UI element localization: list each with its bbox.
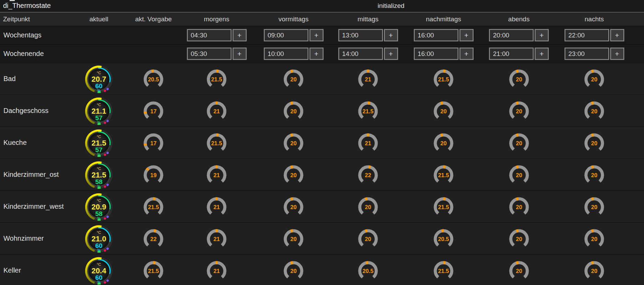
setpoint-value: 20 bbox=[591, 236, 597, 242]
setpoint-knob[interactable]: 20 bbox=[282, 259, 305, 282]
knob-cell: 20 bbox=[257, 63, 330, 94]
time-add-button[interactable]: + bbox=[384, 48, 398, 60]
setpoint-knob[interactable]: 21 bbox=[357, 132, 379, 154]
empty-cell bbox=[67, 45, 130, 63]
setpoint-knob[interactable]: 21 bbox=[205, 163, 228, 186]
setpoint-value: 20 bbox=[516, 76, 522, 82]
setpoint-knob[interactable]: 20 bbox=[357, 227, 379, 250]
setpoint-value: 21 bbox=[214, 108, 220, 114]
knob-cell: 20 bbox=[556, 95, 632, 126]
setpoint-knob[interactable]: 20 bbox=[583, 68, 606, 90]
setpoint-knob[interactable]: 20 bbox=[583, 259, 606, 282]
setpoint-knob[interactable]: 20 bbox=[508, 68, 530, 90]
setpoint-knob[interactable]: 20 bbox=[508, 259, 530, 282]
setpoint-knob[interactable]: 21.5 bbox=[205, 68, 228, 90]
setpoint-knob[interactable]: 21.5 bbox=[432, 259, 455, 282]
schedule-row-label: Wochentags bbox=[0, 26, 67, 44]
time-input[interactable]: 22:00 bbox=[565, 29, 609, 41]
room-label: Dachgeschoss bbox=[0, 95, 67, 126]
setpoint-knob[interactable]: 19 bbox=[142, 163, 165, 186]
time-input[interactable]: 21:00 bbox=[489, 48, 533, 60]
setpoint-knob[interactable]: 21.5 bbox=[142, 195, 165, 218]
time-input-group: 05:30+ bbox=[187, 48, 246, 60]
setpoint-knob[interactable]: 20 bbox=[282, 100, 305, 122]
setpoint-knob[interactable]: 17 bbox=[142, 100, 165, 122]
time-input[interactable]: 23:00 bbox=[565, 48, 609, 60]
setpoint-knob[interactable]: 21.5 bbox=[142, 259, 165, 282]
setpoint-knob[interactable]: 20 bbox=[282, 195, 305, 218]
setpoint-knob[interactable]: 21.5 bbox=[432, 195, 455, 218]
time-add-button[interactable]: + bbox=[384, 29, 398, 41]
setpoint-knob[interactable]: 20 bbox=[282, 227, 305, 250]
spacer-cell bbox=[632, 223, 644, 254]
setpoint-knob[interactable]: 21 bbox=[205, 227, 228, 250]
time-add-button[interactable]: + bbox=[610, 48, 624, 60]
setpoint-knob[interactable]: 21 bbox=[205, 100, 228, 122]
time-add-button[interactable]: + bbox=[233, 48, 246, 60]
setpoint-knob[interactable]: 20.5 bbox=[142, 68, 165, 90]
setpoint-knob[interactable]: 20.5 bbox=[357, 259, 379, 282]
time-input[interactable]: 10:00 bbox=[264, 48, 308, 60]
setpoint-knob[interactable]: 20 bbox=[583, 227, 606, 250]
time-add-button[interactable]: + bbox=[535, 48, 549, 60]
setpoint-knob[interactable]: 20 bbox=[282, 132, 305, 154]
setpoint-knob[interactable]: 21 bbox=[205, 259, 228, 282]
setpoint-knob[interactable]: 20 bbox=[583, 195, 606, 218]
knob-cell: 20 bbox=[481, 223, 556, 254]
setpoint-knob[interactable]: 20 bbox=[432, 132, 455, 154]
time-input[interactable]: 05:30 bbox=[187, 48, 231, 60]
setpoint-knob[interactable]: 22 bbox=[357, 163, 379, 186]
time-input-group: 14:00+ bbox=[338, 48, 398, 60]
time-input-group: 16:00+ bbox=[414, 48, 473, 60]
gauge-unit-label: °C bbox=[97, 71, 101, 75]
time-add-button[interactable]: + bbox=[310, 29, 323, 41]
knob-cell: 20 bbox=[556, 191, 632, 222]
setpoint-knob[interactable]: 20 bbox=[508, 195, 530, 218]
time-add-button[interactable]: + bbox=[310, 48, 323, 60]
setpoint-value: 21.5 bbox=[363, 108, 373, 114]
time-input[interactable]: 16:00 bbox=[414, 48, 458, 60]
time-input[interactable]: 13:00 bbox=[338, 29, 383, 41]
setpoint-knob[interactable]: 20 bbox=[282, 163, 305, 186]
time-add-button[interactable]: + bbox=[460, 29, 473, 41]
time-input[interactable]: 20:00 bbox=[489, 29, 533, 41]
setpoint-knob[interactable]: 21.5 bbox=[432, 163, 455, 186]
setpoint-knob[interactable]: 20 bbox=[508, 163, 530, 186]
time-cell: 04:30+ bbox=[176, 26, 257, 44]
knob-cell: 20 bbox=[406, 95, 481, 126]
setpoint-knob[interactable]: 20 bbox=[508, 100, 530, 122]
setpoint-knob[interactable]: 20 bbox=[583, 132, 606, 154]
setpoint-knob[interactable]: 20 bbox=[583, 163, 606, 186]
setpoint-knob[interactable]: 21.5 bbox=[205, 132, 228, 154]
time-add-button[interactable]: + bbox=[535, 29, 549, 41]
setpoint-value: 20 bbox=[290, 204, 297, 210]
setpoint-knob[interactable]: 21 bbox=[205, 195, 228, 218]
setpoint-knob[interactable]: 21.5 bbox=[357, 100, 379, 122]
column-header-2: akt. Vorgabe bbox=[130, 15, 176, 23]
time-input[interactable]: 14:00 bbox=[338, 48, 383, 60]
setpoint-knob[interactable]: 21.5 bbox=[432, 68, 455, 90]
setpoint-knob[interactable]: 20 bbox=[508, 227, 530, 250]
time-input[interactable]: 04:30 bbox=[187, 29, 231, 41]
setpoint-knob[interactable]: 17 bbox=[142, 132, 165, 154]
time-add-button[interactable]: + bbox=[610, 29, 624, 41]
time-add-button[interactable]: + bbox=[233, 29, 246, 41]
setpoint-knob[interactable]: 20 bbox=[357, 195, 379, 218]
time-input[interactable]: 09:00 bbox=[264, 29, 308, 41]
setpoint-knob[interactable]: 22 bbox=[142, 227, 165, 250]
time-add-button[interactable]: + bbox=[460, 48, 473, 60]
setpoint-knob[interactable]: 20 bbox=[282, 68, 305, 90]
setpoint-knob[interactable]: 20 bbox=[432, 100, 455, 122]
setpoint-value: 20 bbox=[290, 236, 297, 242]
status-text: initialized bbox=[378, 2, 404, 10]
time-input[interactable]: 16:00 bbox=[414, 29, 458, 41]
spacer-cell bbox=[632, 63, 644, 94]
setpoint-knob[interactable]: 20 bbox=[508, 132, 530, 154]
setpoint-value: 20 bbox=[365, 236, 371, 242]
setpoint-knob[interactable]: 20 bbox=[583, 100, 606, 122]
knob-cell: 20 bbox=[481, 95, 556, 126]
time-cell: 14:00+ bbox=[330, 45, 406, 63]
setpoint-knob[interactable]: 21 bbox=[357, 68, 379, 90]
setpoint-value: 21 bbox=[365, 76, 371, 82]
setpoint-knob[interactable]: 20.5 bbox=[432, 227, 455, 250]
